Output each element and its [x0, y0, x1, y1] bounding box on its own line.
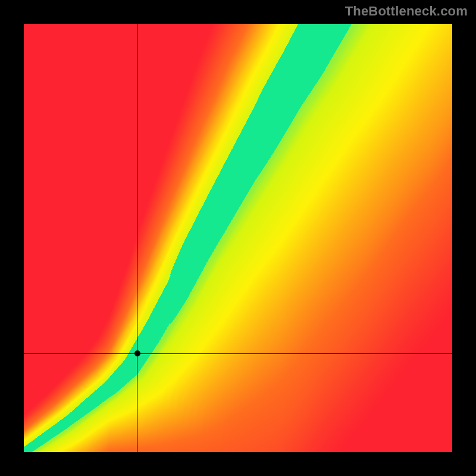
crosshair-vertical [137, 24, 137, 452]
chart-stage: TheBottleneck.com [0, 0, 476, 476]
heatmap-plot [24, 24, 452, 452]
watermark-text: TheBottleneck.com [345, 4, 468, 19]
crosshair-horizontal [24, 353, 452, 354]
heatmap-canvas [24, 24, 452, 452]
